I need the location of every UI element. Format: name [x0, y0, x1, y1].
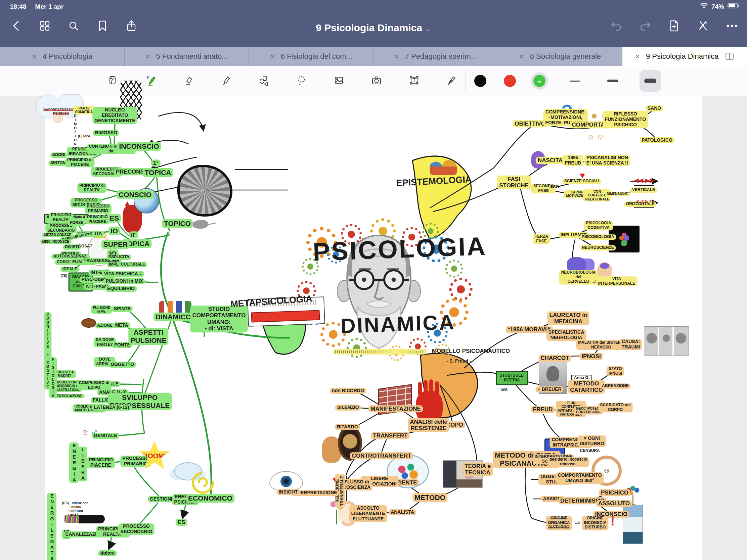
pen-bluetooth-tool[interactable] — [144, 71, 159, 91]
tab-6[interactable]: ×9 Psicologia Dinamica — [622, 47, 747, 66]
tab-label: 5 Fondamenti anato... — [156, 52, 228, 61]
thickness-medium[interactable] — [602, 70, 623, 92]
tab-label: 8 Sociologia generale — [530, 52, 601, 61]
shapes-tool[interactable] — [256, 71, 272, 91]
tab-1[interactable]: ×4 Psicobiologia — [0, 47, 125, 66]
status-bar: 18:48 Mer 1 apr 74% — [0, 0, 747, 14]
thickness-thin[interactable] — [564, 70, 586, 92]
battery-percent: 74% — [712, 3, 724, 10]
undo-icon[interactable] — [610, 20, 623, 32]
wifi-icon — [700, 2, 708, 11]
camera-tool[interactable] — [369, 71, 385, 91]
elements-tool[interactable] — [106, 71, 121, 91]
top-chrome: 18:48 Mer 1 apr 74% 9 Psicologia Dinamic… — [0, 0, 747, 47]
thickness-thick[interactable] — [640, 70, 661, 92]
tab-label: 7 Pedagogia sperim... — [405, 52, 477, 61]
nav-bar: 9 Psicologia Dinamica⌄ — [0, 14, 747, 47]
tab-bar: ×4 Psicobiologia×5 Fondamenti anato...×6… — [0, 47, 747, 66]
eraser-tool[interactable] — [181, 71, 197, 91]
text-tool[interactable] — [407, 71, 422, 91]
close-tab-icon[interactable]: × — [635, 52, 640, 61]
date: Mer 1 apr — [35, 3, 63, 10]
tab-2[interactable]: ×5 Fondamenti anato... — [125, 47, 249, 66]
battery-icon — [727, 3, 740, 10]
pen-disabled-icon[interactable] — [697, 20, 710, 32]
tab-label: 6 Fisiologia del com... — [281, 52, 352, 61]
chevron-down-icon: ⌄ — [426, 25, 431, 32]
split-view-icon[interactable] — [725, 52, 734, 61]
tab-label: 4 Psicobiologia — [43, 52, 93, 61]
clock: 18:48 — [10, 3, 27, 10]
goodnotes-app: PSICOLOGIADINAMICARAPPRESENTAZIONE PSICH… — [0, 0, 747, 560]
tab-3[interactable]: ×6 Fisiologia del com... — [249, 47, 374, 66]
thickness-options — [564, 66, 661, 96]
redo-icon[interactable] — [639, 20, 652, 32]
tab-4[interactable]: ×7 Pedagogia sperim... — [374, 47, 498, 66]
highlighter-tool[interactable] — [218, 71, 234, 91]
color-swatches — [474, 66, 545, 96]
close-tab-icon[interactable]: × — [32, 52, 36, 61]
color-swatch-3[interactable] — [533, 75, 545, 87]
note-page[interactable] — [45, 96, 702, 560]
close-tab-icon[interactable]: × — [519, 52, 524, 61]
tab-5[interactable]: ×8 Sociologia generale — [498, 47, 623, 66]
add-page-icon[interactable] — [668, 20, 680, 32]
close-tab-icon[interactable]: × — [270, 52, 275, 61]
image-tool[interactable] — [332, 71, 347, 91]
color-swatch-2[interactable] — [504, 75, 516, 87]
lasso-tool[interactable] — [294, 71, 309, 91]
tab-label: 9 Psicologia Dinamica — [646, 52, 718, 61]
more-icon[interactable] — [725, 20, 738, 32]
color-swatch-1[interactable] — [474, 75, 486, 87]
close-tab-icon[interactable]: × — [394, 52, 399, 61]
toolbar — [0, 66, 747, 96]
laser-pointer-tool[interactable] — [444, 71, 460, 91]
close-tab-icon[interactable]: × — [145, 52, 150, 61]
